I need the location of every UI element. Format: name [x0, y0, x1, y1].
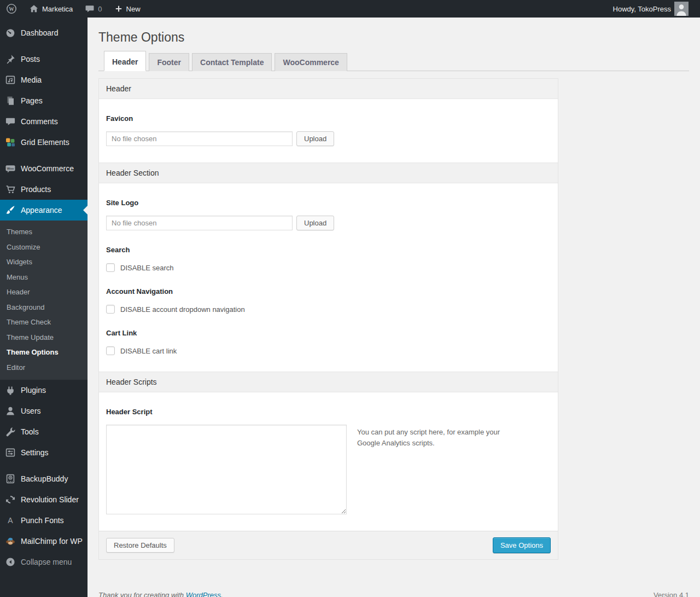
comments-shortcut[interactable]: 0: [79, 0, 108, 18]
howdy-text: Howdy, TokoPress: [613, 5, 671, 13]
header-script-textarea[interactable]: [106, 425, 347, 514]
tab-header[interactable]: Header: [104, 51, 146, 71]
sidebar-item-punch-fonts[interactable]: A Punch Fonts: [0, 510, 88, 531]
site-name-link[interactable]: Marketica: [23, 0, 79, 18]
my-account-menu[interactable]: Howdy, TokoPress: [607, 0, 695, 18]
disable-account-nav-checkbox[interactable]: [106, 305, 115, 314]
wordpress-link[interactable]: WordPress: [186, 591, 221, 597]
cart-icon: [5, 184, 16, 195]
footer-thanks-prefix: Thank you for creating with: [98, 591, 186, 597]
submenu-item-widgets[interactable]: Widgets: [0, 254, 88, 270]
site-logo-label: Site Logo: [106, 199, 551, 207]
sidebar-item-plugins[interactable]: Plugins: [0, 380, 88, 401]
submenu-item-background[interactable]: Background: [0, 300, 88, 315]
section-title-header-scripts: Header Scripts: [99, 372, 558, 392]
woocommerce-icon: Woo: [5, 163, 16, 174]
backup-drive-icon: [5, 473, 16, 484]
home-icon: [29, 4, 39, 14]
comment-count: 0: [98, 5, 102, 13]
comment-bubble-icon: [85, 4, 95, 14]
sidebar-item-label: Media: [21, 75, 42, 85]
sidebar-item-mailchimp[interactable]: MailChimp for WP: [0, 531, 88, 552]
restore-defaults-button[interactable]: Restore Defaults: [106, 538, 174, 553]
sidebar-item-settings[interactable]: Settings: [0, 442, 88, 463]
sidebar-item-label: Tools: [21, 427, 39, 437]
sidebar-item-media[interactable]: Media: [0, 69, 88, 90]
tab-footer[interactable]: Footer: [149, 53, 189, 71]
favicon-label: Favicon: [106, 114, 551, 123]
panel-footer: Restore Defaults Save Options: [99, 531, 558, 559]
sidebar-item-collapse-menu[interactable]: Collapse menu: [0, 552, 88, 572]
site-logo-upload-button[interactable]: Upload: [296, 216, 334, 230]
site-name: Marketica: [42, 5, 73, 13]
plug-icon: [5, 385, 16, 396]
tab-contact-template[interactable]: Contact Template: [192, 53, 272, 71]
letter-a-icon: A: [5, 515, 16, 526]
submenu-item-theme-options[interactable]: Theme Options: [0, 345, 88, 360]
wp-logo-menu[interactable]: W: [0, 0, 23, 18]
submenu-item-themes[interactable]: Themes: [0, 224, 88, 240]
tab-bar: Header Footer Contact Template WooCommer…: [98, 51, 689, 71]
sidebar-item-label: Collapse menu: [21, 557, 72, 567]
theme-options-panel: Header Favicon Upload Header Section Sit…: [98, 78, 558, 560]
submenu-item-customize[interactable]: Customize: [0, 240, 88, 255]
menu-separator: [0, 43, 88, 49]
page-title: Theme Options: [98, 18, 689, 51]
disable-cart-link-row[interactable]: DISABLE cart link: [106, 346, 551, 355]
submenu-item-header[interactable]: Header: [0, 285, 88, 300]
sidebar-item-label: Dashboard: [21, 28, 59, 38]
collapse-icon: [5, 557, 16, 567]
sidebar-item-backupbuddy[interactable]: BackupBuddy: [0, 468, 88, 489]
sidebar-item-pages[interactable]: Pages: [0, 90, 88, 111]
search-label: Search: [106, 246, 551, 254]
disable-account-nav-row[interactable]: DISABLE account dropdown navigation: [106, 305, 551, 314]
pages-icon: [5, 95, 16, 106]
sidebar-item-label: Punch Fonts: [21, 515, 64, 525]
sidebar-item-revolution-slider[interactable]: Revolution Slider: [0, 489, 88, 510]
footer-thanks-suffix: .: [221, 591, 223, 597]
sidebar-item-posts[interactable]: Posts: [0, 49, 88, 69]
admin-bar: W Marketica 0 New Howdy, TokoPress: [0, 0, 700, 18]
site-logo-file-input[interactable]: [106, 216, 293, 230]
disable-search-row[interactable]: DISABLE search: [106, 263, 551, 272]
sidebar-item-products[interactable]: Products: [0, 179, 88, 200]
save-options-button[interactable]: Save Options: [493, 537, 551, 553]
sidebar-item-label: Pages: [21, 96, 43, 106]
new-content-menu[interactable]: New: [108, 0, 147, 18]
submenu-item-theme-update[interactable]: Theme Update: [0, 330, 88, 345]
section-title-header: Header: [99, 79, 558, 99]
sidebar-item-comments[interactable]: Comments: [0, 111, 88, 132]
sidebar-item-grid-elements[interactable]: Grid Elements: [0, 132, 88, 153]
favicon-upload-button[interactable]: Upload: [296, 131, 334, 146]
sidebar-item-appearance[interactable]: Appearance: [0, 200, 88, 221]
footer-thanks-text: Thank you for creating with WordPress.: [98, 591, 223, 597]
submenu-item-theme-check[interactable]: Theme Check: [0, 315, 88, 330]
disable-search-label: DISABLE search: [120, 264, 174, 272]
admin-menu: Dashboard Posts Media Pages Comments Gri…: [0, 18, 88, 597]
tab-woocommerce[interactable]: WooCommerce: [275, 53, 347, 71]
sidebar-item-woocommerce[interactable]: Woo WooCommerce: [0, 158, 88, 179]
main-content: Theme Options Header Footer Contact Temp…: [88, 0, 700, 597]
account-navigation-label: Account Navigation: [106, 287, 551, 295]
svg-text:W: W: [9, 7, 14, 12]
favicon-file-input[interactable]: [106, 131, 293, 146]
admin-footer: Thank you for creating with WordPress. V…: [98, 591, 689, 597]
sidebar-item-dashboard[interactable]: Dashboard: [0, 22, 88, 43]
sidebar-item-label: Products: [21, 184, 51, 194]
disable-search-checkbox[interactable]: [106, 263, 115, 272]
grid-icon: [5, 137, 16, 148]
section-body-header-scripts: Header Script You can put any script her…: [99, 392, 558, 531]
user-icon: [5, 405, 16, 416]
dashboard-icon: [5, 27, 16, 38]
disable-cart-link-checkbox[interactable]: [106, 346, 115, 355]
disable-account-nav-label: DISABLE account dropdown navigation: [120, 305, 245, 314]
submenu-item-menus[interactable]: Menus: [0, 270, 88, 285]
submenu-item-editor[interactable]: Editor: [0, 360, 88, 375]
wrench-icon: [5, 426, 16, 437]
sidebar-item-label: Comments: [21, 117, 58, 126]
avatar: [674, 2, 689, 16]
sidebar-item-label: Grid Elements: [21, 137, 69, 147]
menu-separator: [0, 153, 88, 158]
sidebar-item-tools[interactable]: Tools: [0, 421, 88, 442]
sidebar-item-users[interactable]: Users: [0, 401, 88, 421]
